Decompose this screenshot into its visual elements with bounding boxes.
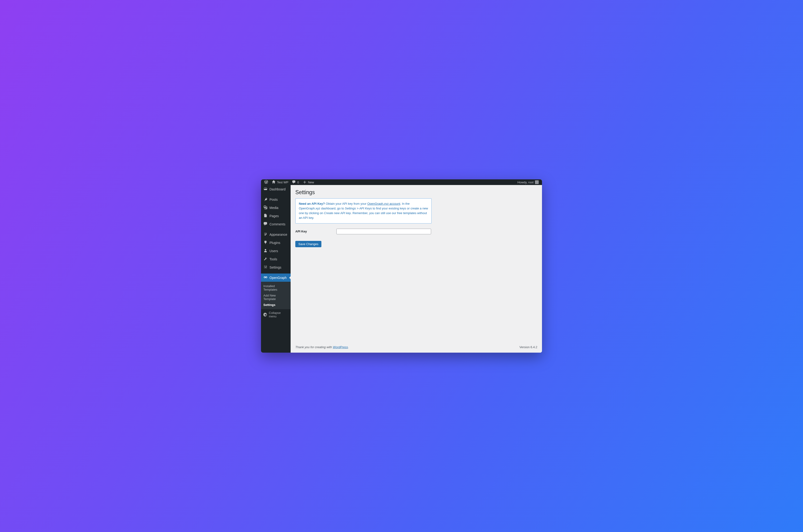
sidebar-item-posts[interactable]: Posts (261, 195, 291, 204)
sidebar-item-label: Appearance (270, 233, 287, 236)
opengraph-account-link[interactable]: OpenGraph.xyz account (367, 202, 400, 205)
opengraph-icon (263, 275, 268, 280)
api-key-row: API Key (295, 229, 537, 234)
admin-bar: Test WP 0 New Howdy, root (261, 179, 542, 185)
sidebar-item-label: Posts (270, 198, 278, 202)
users-icon (263, 248, 268, 253)
appearance-icon (263, 232, 268, 237)
dashboard-icon (263, 187, 268, 192)
comment-icon (292, 180, 296, 185)
sidebar-item-label: Comments (270, 222, 286, 226)
howdy-text: Howdy, root (517, 180, 533, 184)
submenu-item-settings[interactable]: Settings (261, 302, 291, 308)
sidebar-item-plugins[interactable]: Plugins (261, 239, 291, 247)
footer-thanks: Thank you for creating with WordPress. (295, 345, 349, 349)
svg-point-0 (264, 277, 266, 278)
api-key-input[interactable] (336, 229, 431, 234)
sidebar-item-opengraph[interactable]: OpenGraph (261, 273, 291, 282)
comments-count: 0 (297, 180, 299, 184)
sidebar-item-label: Settings (270, 266, 281, 269)
plugin-icon (263, 240, 268, 245)
sidebar-item-tools[interactable]: Tools (261, 255, 291, 263)
site-name-link[interactable]: Test WP (270, 179, 290, 185)
sidebar-item-label: Pages (270, 214, 279, 218)
page-title: Settings (295, 185, 537, 198)
save-changes-button[interactable]: Save Changes (295, 241, 322, 247)
user-menu[interactable]: Howdy, root (516, 179, 541, 185)
site-name: Test WP (277, 180, 288, 184)
tools-icon (263, 256, 268, 262)
sidebar-submenu-opengraph: Installed Templates Add New Template Set… (261, 282, 291, 309)
sidebar-item-users[interactable]: Users (261, 247, 291, 255)
sidebar-item-pages[interactable]: Pages (261, 212, 291, 220)
wordpress-link[interactable]: WordPress (333, 345, 348, 349)
sidebar-item-settings[interactable]: Settings (261, 263, 291, 271)
new-label: New (308, 180, 314, 184)
wordpress-admin-frame: Test WP 0 New Howdy, root (261, 179, 542, 353)
content-area: Settings Need an API Key? Obtain your AP… (291, 185, 542, 353)
page-icon (263, 213, 268, 218)
submenu-item-add-new-template[interactable]: Add New Template (261, 292, 291, 302)
pushpin-icon (263, 197, 268, 202)
comments-icon (263, 222, 268, 227)
collapse-icon: ◀ (263, 313, 267, 317)
svg-point-1 (266, 277, 267, 278)
sidebar-item-dashboard[interactable]: Dashboard (261, 185, 291, 193)
sidebar-item-appearance[interactable]: Appearance (261, 230, 291, 239)
admin-sidebar: Dashboard Posts Media Pages Comments (261, 185, 291, 353)
admin-footer: Thank you for creating with WordPress. V… (295, 342, 537, 353)
api-key-label: API Key (295, 230, 336, 233)
sidebar-item-label: Plugins (270, 241, 280, 245)
new-content-link[interactable]: New (301, 179, 316, 185)
sidebar-item-media[interactable]: Media (261, 204, 291, 212)
version-text: Version 6.4.2 (519, 345, 537, 349)
sidebar-item-label: Tools (270, 257, 277, 261)
wordpress-logo-icon (264, 180, 268, 185)
notice-lead: Need an API Key? (299, 202, 325, 205)
collapse-menu-button[interactable]: ◀ Collapse menu (261, 309, 291, 320)
settings-icon (263, 265, 268, 270)
avatar-icon (535, 180, 539, 184)
api-key-notice: Need an API Key? Obtain your API key fro… (295, 198, 432, 224)
plus-icon (303, 180, 307, 185)
sidebar-item-comments[interactable]: Comments (261, 220, 291, 228)
comments-link[interactable]: 0 (290, 179, 301, 185)
sidebar-item-label: OpenGraph (270, 276, 287, 280)
home-icon (272, 180, 276, 185)
sidebar-item-label: Dashboard (270, 187, 286, 191)
media-icon (263, 205, 268, 210)
sidebar-item-label: Users (270, 249, 278, 253)
submenu-item-installed-templates[interactable]: Installed Templates (261, 283, 291, 292)
sidebar-item-label: Media (270, 206, 278, 210)
collapse-label: Collapse menu (269, 311, 288, 318)
wordpress-logo-menu[interactable] (262, 179, 270, 185)
